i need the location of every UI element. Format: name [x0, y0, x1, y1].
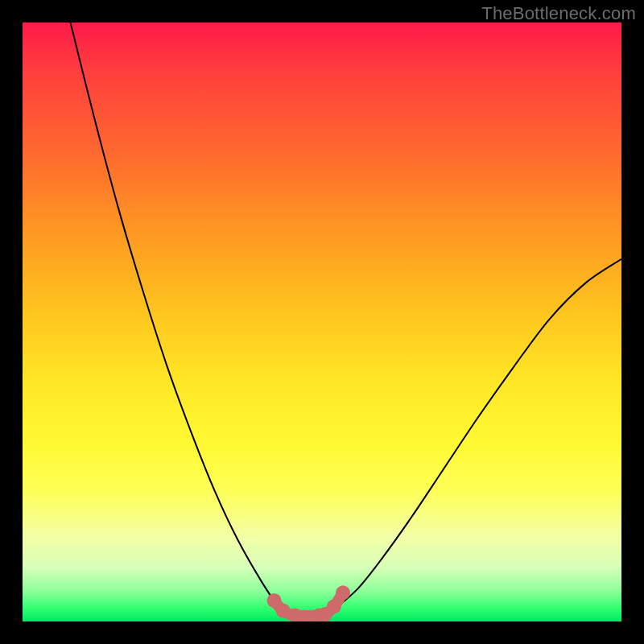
curve-layer	[23, 23, 621, 621]
watermark-text: TheBottleneck.com	[481, 3, 636, 24]
optimal-point	[327, 599, 341, 613]
optimal-point	[336, 585, 350, 600]
chart-frame: TheBottleneck.com	[0, 0, 644, 644]
curve-right	[334, 259, 621, 609]
curve-left	[71, 23, 280, 609]
plot-area	[23, 23, 621, 621]
